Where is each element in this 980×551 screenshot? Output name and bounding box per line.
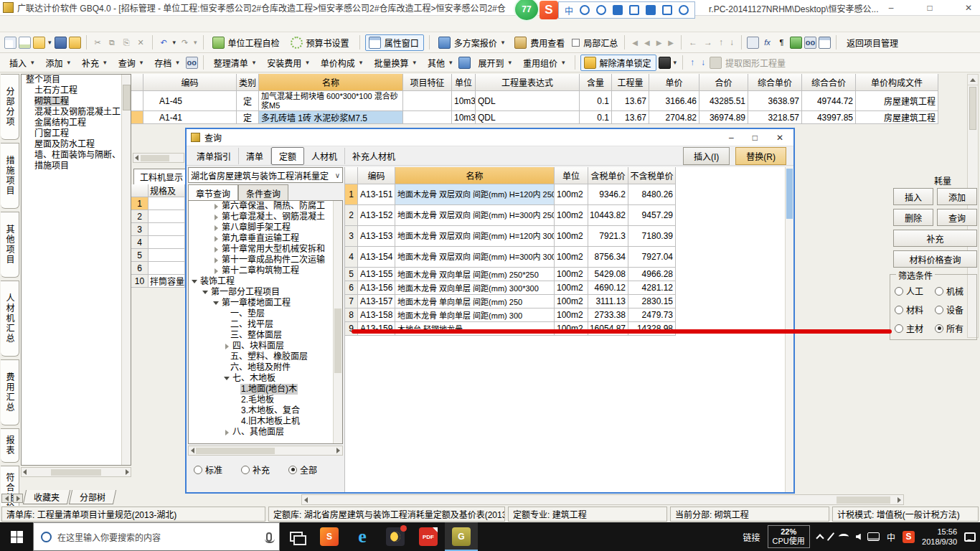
sogou-logo-icon[interactable]: S (540, 1, 558, 19)
touch-keyboard-icon[interactable] (867, 532, 880, 541)
book-icon[interactable] (790, 37, 802, 49)
quota-row[interactable]: 7 A13-157 地面木龙骨 单向单层 间距(mm) 250 100m2 31… (345, 295, 786, 309)
rp-add-button[interactable]: 添加 (937, 188, 977, 205)
tree-item-selected[interactable]: 砌筑工程 (22, 96, 131, 107)
new-file-icon[interactable] (4, 37, 17, 49)
chapter-node[interactable]: 第十二章构筑物工程 (189, 265, 342, 276)
grid-icon[interactable] (819, 37, 831, 49)
install-fee-menu[interactable]: 安装费用▾ (262, 55, 314, 71)
tree-item[interactable]: 土石方工程 (22, 85, 131, 96)
nav-next-icon[interactable]: ▶ (654, 39, 664, 47)
chapter-tree-vscrollbar[interactable] (333, 201, 342, 443)
filter-radio-jixie[interactable]: 机械 (935, 285, 975, 297)
side-tab-rencaiji[interactable]: 人材机汇总 (1, 281, 19, 357)
partial-summary-checkbox[interactable] (572, 39, 580, 47)
paste-icon[interactable]: ⎘ (121, 37, 133, 49)
scope-radio-biaozhun[interactable]: 标准 (194, 463, 222, 476)
chapter-leaf[interactable]: 3.木地板、复合 (189, 405, 342, 416)
col-header-code[interactable]: 编码 (143, 74, 237, 91)
supplement-menu[interactable]: 补充▾ (77, 55, 111, 71)
sub-row[interactable]: 10拌筒容量 (131, 275, 185, 288)
taskbar-app-gbq[interactable]: G (445, 522, 478, 551)
microphone-icon[interactable] (266, 532, 272, 542)
voice-icon[interactable] (613, 5, 623, 15)
side-tab-feiyonghuizong[interactable]: 费用汇总 (1, 359, 19, 425)
tree-item[interactable]: 金属结构工程 (22, 118, 131, 128)
col-header-expr[interactable]: 工程量表达式 (476, 74, 580, 91)
budget-setting-button[interactable]: 预算书设置 (287, 34, 354, 51)
chapter-node[interactable]: 第十章常用大型机械安拆和 (189, 244, 342, 255)
col-header-name[interactable]: 名称 (259, 74, 403, 91)
chapter-node[interactable]: 第十一章成品构件二次运输 (189, 255, 342, 265)
col-header-type[interactable]: 类别 (237, 74, 259, 91)
tree-item-root[interactable]: 整个项目 (22, 75, 131, 85)
bottom-horizontal-scrollbar[interactable] (301, 494, 904, 505)
dialog-minimize-button[interactable]: – (729, 133, 734, 143)
clock[interactable]: 15:562018/9/30 (922, 527, 957, 547)
move-right-icon[interactable]: → (702, 37, 715, 47)
chapter-node[interactable]: 第六章保温、隔热、防腐工 (189, 201, 342, 212)
soft-keyboard-icon[interactable] (629, 5, 639, 15)
taskbar-app-moon[interactable] (379, 522, 412, 551)
insert-menu[interactable]: 插入▾ (4, 55, 39, 71)
subtab-chapter-query[interactable]: 章节查询 (188, 184, 238, 202)
quota-row[interactable]: 3 A13-153 地面木龙骨 双层双向 间距(mm) H=120内 300*3… (345, 226, 786, 247)
rp-insert-button[interactable]: 插入 (893, 188, 933, 205)
open-file-icon[interactable] (33, 37, 45, 49)
dialog-tab-qingdan[interactable]: 清单 (239, 148, 271, 164)
folder-icon[interactable] (69, 37, 81, 49)
archive-menu[interactable]: 存档▾ (149, 55, 184, 71)
quota-row[interactable]: 2 A13-152 地面木龙骨 双层双向 间距(mm) H=300内 250*2… (345, 205, 786, 226)
copy-icon[interactable]: ⧉ (106, 37, 118, 49)
chapter-node-expanded[interactable]: 第一章楼地面工程 (189, 298, 342, 309)
punctuation-icon[interactable] (580, 5, 590, 15)
move-down-icon[interactable]: ↓ (727, 37, 736, 47)
undo-caret[interactable]: ▾ (172, 39, 177, 46)
multi-scheme-button[interactable]: 多方案报价▾ (435, 34, 509, 51)
expand-to-menu[interactable]: 展开到▾ (473, 55, 516, 71)
filter-radio-suoyou[interactable]: 所有 (935, 322, 975, 334)
chapter-leaf[interactable]: 二、找平层 (189, 319, 342, 330)
rp-supplement-button[interactable]: 补充 (893, 230, 977, 247)
chapter-node-expanded[interactable]: 第一部分工程项目 (189, 287, 342, 298)
col-header-qty[interactable]: 工程量 (612, 74, 649, 91)
extract-quantity-label[interactable]: 提取图形工程量 (724, 57, 787, 69)
batch-convert-menu[interactable]: 批量换算▾ (369, 55, 420, 71)
row-down-icon[interactable]: ↓ (699, 57, 707, 67)
unlock-list-button[interactable]: 解除清单锁定 (580, 55, 656, 71)
save-icon[interactable] (55, 37, 67, 49)
sub-horizontal-scrollbar[interactable] (133, 153, 184, 163)
dcol-header-untaxed[interactable]: 不含税单价 (628, 167, 676, 184)
quota-row-selected[interactable]: 1 A13-151 地面木龙骨 双层双向 间距(mm) H=120内 250*2… (345, 184, 786, 205)
sub-row[interactable]: 2 (131, 210, 185, 223)
tree-item[interactable]: 混凝土及钢筋混凝土工 (22, 107, 131, 118)
filter-radio-zhucai[interactable]: 主材 (895, 322, 935, 334)
side-tab-cuoshixiangmu[interactable]: 措施项目 (1, 143, 19, 209)
dialog-tab-qingdanzhiyin[interactable]: 清单指引 (189, 148, 239, 164)
col-header-unit[interactable]: 单位 (452, 74, 476, 91)
tree-item[interactable]: 门窗工程 (22, 128, 131, 139)
calculator-icon[interactable] (747, 37, 759, 49)
maximize-button[interactable]: □ (923, 3, 937, 13)
filter-radio-cailiao[interactable]: 材料 (895, 303, 935, 316)
skin-icon[interactable] (662, 5, 672, 15)
sub-col-header[interactable]: 规格及 (149, 184, 185, 197)
rp-query-button[interactable]: 查询 (937, 209, 977, 226)
paint-caret[interactable]: ▾ (673, 59, 678, 66)
nav-last-icon[interactable]: ▶ (666, 39, 676, 47)
tab-labor-material-display[interactable]: 工料机显示 (133, 169, 189, 185)
pane-right-button[interactable] (13, 494, 23, 503)
dialog-title-bar[interactable]: 查询 – □ ✕ (187, 129, 793, 146)
self-check-button[interactable]: 单位工程自检 (209, 34, 285, 51)
chapter-leaf[interactable]: 4.旧木地板上机 (189, 416, 342, 427)
tree-item[interactable]: 墙、柱面装饰与隔断、 (22, 150, 131, 161)
move-left-icon[interactable]: ← (687, 37, 699, 47)
sub-row[interactable]: 4 (131, 236, 185, 249)
chapter-leaf-selected[interactable]: 1.地面(地台)木 (189, 384, 342, 395)
dcol-header-name[interactable]: 名称 (395, 167, 555, 184)
row-up-icon[interactable]: ↑ (688, 57, 697, 67)
quota-row[interactable]: 4 A13-154 地面木龙骨 双层双向 间距(mm) H=300内 300*3… (345, 247, 786, 268)
redo-caret[interactable]: ▾ (193, 39, 198, 46)
new-project-icon[interactable] (19, 37, 31, 49)
side-tab-qitaxiangmu[interactable]: 其他项目 (1, 212, 19, 278)
